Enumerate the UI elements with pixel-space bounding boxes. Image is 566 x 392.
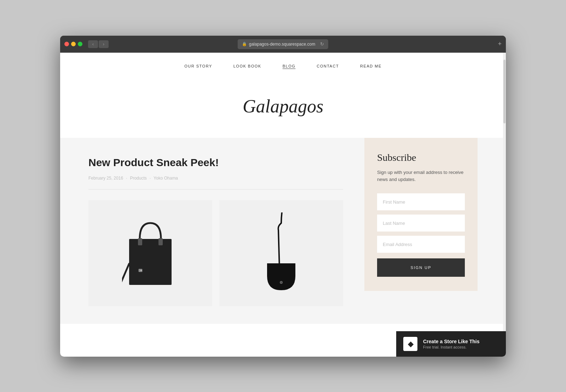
site-navigation: OUR STORY LOOK BOOK BLOG CONTACT READ ME [60, 53, 506, 78]
squarespace-title: Create a Store Like This [423, 339, 480, 344]
nav-our-story[interactable]: OUR STORY [184, 64, 212, 68]
forward-button[interactable]: › [99, 40, 109, 48]
browser-content: OUR STORY LOOK BOOK BLOG CONTACT READ ME… [60, 53, 506, 357]
minimize-button[interactable] [71, 42, 76, 46]
last-name-input[interactable] [377, 215, 465, 232]
post-image-tote [88, 200, 212, 306]
svg-rect-1 [138, 238, 142, 245]
scrollbar-thumb[interactable] [503, 60, 506, 123]
post-image-crossbody [219, 200, 343, 306]
nav-contact[interactable]: CONTACT [317, 64, 339, 68]
sidebar: Subscribe Sign up with your email addres… [364, 138, 478, 324]
blog-area: New Product Sneak Peek! February 25, 201… [88, 138, 364, 324]
svg-rect-4 [140, 270, 142, 271]
add-tab-button[interactable]: + [498, 40, 502, 48]
email-input[interactable] [377, 236, 465, 253]
post-author[interactable]: Yoko Ohama [154, 176, 178, 181]
subscribe-title: Subscribe [377, 152, 465, 163]
browser-window: ‹ › 🔒 galapagos-demo.squarespace.com ↻ +… [60, 36, 506, 357]
post-meta: February 25, 2016 · Products · Yoko Oham… [88, 176, 343, 181]
squarespace-logo: ◆ [403, 337, 417, 351]
svg-point-6 [281, 282, 282, 283]
url-text: galapagos-demo.squarespace.com [249, 42, 315, 47]
squarespace-banner[interactable]: ◆ Create a Store Like This Free trial. I… [396, 331, 506, 357]
post-divider [88, 189, 343, 189]
nav-look-book[interactable]: LOOK BOOK [233, 64, 261, 68]
crossbody-bag-svg [260, 212, 302, 294]
sign-up-button[interactable]: SIGN UP [377, 258, 465, 277]
post-images [88, 200, 343, 306]
nav-read-me[interactable]: READ ME [360, 64, 382, 68]
squarespace-logo-icon: ◆ [408, 340, 413, 348]
reload-icon[interactable]: ↻ [320, 41, 324, 47]
close-button[interactable] [64, 42, 69, 46]
nav-blog[interactable]: BLOG [283, 64, 296, 68]
nav-arrows: ‹ › [88, 40, 109, 48]
subscribe-box: Subscribe Sign up with your email addres… [364, 138, 478, 291]
post-category[interactable]: Products [130, 176, 146, 181]
post-title: New Product Sneak Peek! [88, 156, 343, 169]
address-bar[interactable]: 🔒 galapagos-demo.squarespace.com ↻ [238, 39, 328, 49]
maximize-button[interactable] [78, 42, 82, 46]
post-date: February 25, 2016 [88, 176, 123, 181]
tote-bag-svg [122, 214, 179, 292]
scrollbar[interactable] [503, 53, 506, 357]
site-title: Galapagos [60, 78, 506, 138]
subscribe-description: Sign up with your email address to recei… [377, 169, 465, 184]
main-content: New Product Sneak Peek! February 25, 201… [60, 138, 506, 324]
traffic-lights [64, 42, 82, 46]
svg-rect-0 [129, 239, 172, 285]
separator2: · [150, 176, 151, 181]
back-button[interactable]: ‹ [88, 40, 98, 48]
separator: · [126, 176, 127, 181]
first-name-input[interactable] [377, 193, 465, 210]
squarespace-text-block: Create a Store Like This Free trial. Ins… [423, 339, 480, 349]
svg-rect-2 [158, 238, 163, 245]
squarespace-subtitle: Free trial. Instant access. [423, 345, 480, 349]
browser-chrome: ‹ › 🔒 galapagos-demo.squarespace.com ↻ + [60, 36, 506, 53]
lock-icon: 🔒 [242, 42, 247, 46]
